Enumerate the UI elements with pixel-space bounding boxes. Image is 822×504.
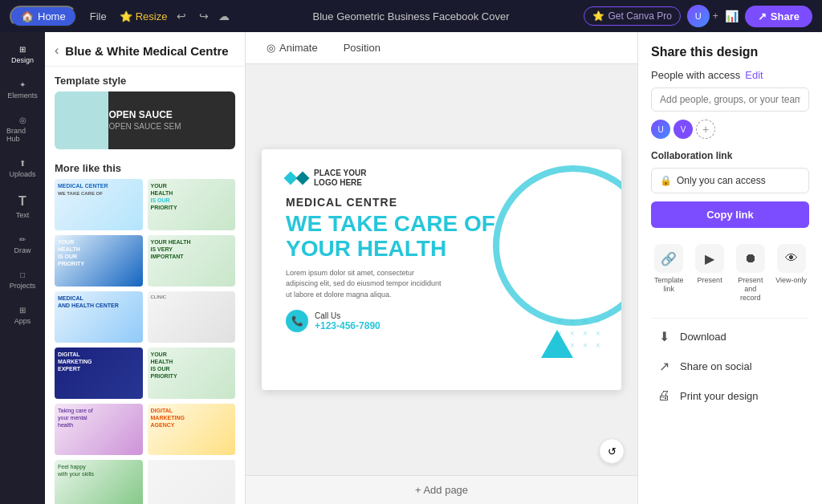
separator-1 bbox=[651, 318, 809, 319]
animate-button[interactable]: ◎ Animate bbox=[258, 38, 326, 58]
design-card[interactable]: PLACE YOUR LOGO HERE MEDICAL CENTRE WE T… bbox=[262, 149, 621, 390]
redo-button[interactable]: ↪ bbox=[196, 6, 212, 26]
share-options-grid: 🔗 Template link ▶ Present ⏺ Present and … bbox=[651, 239, 809, 307]
sidebar-item-brand-hub[interactable]: ◎ Brand Hub bbox=[3, 109, 42, 149]
document-title: Blue Geometric Business Facebook Cover bbox=[313, 10, 510, 22]
x-pattern: ×××× ×××× ×××× bbox=[557, 317, 605, 350]
share-opt-present-record[interactable]: ⏺ Present and record bbox=[733, 239, 769, 307]
sidebar-item-draw[interactable]: ✏ Draw bbox=[3, 229, 42, 261]
share-social-action[interactable]: ↗ Share on social bbox=[651, 352, 809, 381]
sidebar-item-text[interactable]: T Text bbox=[3, 188, 42, 226]
zoom-button[interactable]: ↺ bbox=[599, 438, 625, 464]
avatar-1: U bbox=[651, 120, 670, 139]
call-label: Call Us bbox=[315, 311, 380, 320]
brand-hub-icon: ◎ bbox=[19, 116, 26, 124]
template-thumb-7[interactable]: DIGITALMARKETINGEXPERT bbox=[55, 348, 143, 399]
canvas-area: ◎ Animate Position PLACE bbox=[246, 32, 637, 504]
lorem-text: Lorem ipsum dolor sit amet, consectetur … bbox=[286, 268, 446, 301]
animate-icon: ◎ bbox=[267, 42, 275, 54]
share-button[interactable]: ↗ Share bbox=[745, 6, 812, 27]
template-thumb-11[interactable]: Feel happywith your skills bbox=[55, 460, 143, 504]
canvas-toolbar: ◎ Animate Position bbox=[246, 32, 637, 64]
copy-link-button[interactable]: Copy link bbox=[651, 201, 809, 228]
share-opt-present[interactable]: ▶ Present bbox=[692, 239, 728, 307]
add-person-button[interactable]: + bbox=[696, 120, 715, 139]
sidebar-item-apps[interactable]: ⊞ Apps bbox=[3, 299, 42, 331]
collab-link-box: 🔒 Only you can access bbox=[651, 168, 809, 193]
edit-access-link[interactable]: Edit bbox=[745, 69, 763, 81]
panel-back-button[interactable]: ‹ bbox=[55, 43, 59, 58]
collab-link-label: Collaboration link bbox=[651, 150, 809, 161]
analytics-icon[interactable]: 📊 bbox=[725, 10, 739, 22]
panel-header: ‹ Blue & White Medical Centre bbox=[45, 32, 245, 67]
text-icon: T bbox=[18, 194, 26, 209]
template-thumb-6[interactable]: CLINIC bbox=[148, 291, 236, 343]
phone-number: +123-456-7890 bbox=[315, 320, 380, 331]
add-page-button[interactable]: + Add page bbox=[246, 475, 637, 504]
template-thumb-10[interactable]: DIGITALMARKETINGAGENCY bbox=[148, 404, 236, 455]
print-icon: 🖨 bbox=[656, 388, 672, 403]
avatar-add-icon: + bbox=[713, 10, 718, 22]
template-thumb-4[interactable]: YOUR HEALTHIS VERYIMPORTANT bbox=[148, 235, 236, 287]
get-pro-button[interactable]: ⭐ Get Canva Pro bbox=[584, 6, 680, 26]
print-label: Print your design bbox=[680, 390, 759, 402]
share-social-icon: ↗ bbox=[656, 359, 672, 374]
share-icon: ↗ bbox=[758, 10, 767, 22]
download-icon: ⬇ bbox=[656, 329, 672, 344]
design-card-inner: PLACE YOUR LOGO HERE MEDICAL CENTRE WE T… bbox=[262, 149, 621, 390]
apps-icon: ⊞ bbox=[19, 306, 26, 315]
download-action[interactable]: ⬇ Download bbox=[651, 322, 809, 352]
position-button[interactable]: Position bbox=[336, 38, 389, 58]
share-opt-view-only[interactable]: 👁 View-only bbox=[773, 239, 809, 307]
template-thumb-5[interactable]: MEDICALAND HEALTH CENTER bbox=[55, 291, 143, 343]
template-thumb-12[interactable] bbox=[148, 460, 236, 504]
template-thumb-9[interactable]: Taking care ofyour mentalhealth bbox=[55, 404, 143, 455]
sidebar-item-projects[interactable]: □ Projects bbox=[3, 264, 42, 296]
file-button[interactable]: File bbox=[83, 7, 113, 26]
design-icon: ⊞ bbox=[19, 45, 26, 54]
view-only-icon: 👁 bbox=[777, 244, 806, 273]
canvas-scroll[interactable]: PLACE YOUR LOGO HERE MEDICAL CENTRE WE T… bbox=[246, 64, 637, 475]
lock-icon: 🔒 bbox=[660, 175, 672, 186]
resize-button[interactable]: ⭐ Resize bbox=[120, 10, 168, 22]
template-thumb-2[interactable]: YOURHEALTHIS OURPRIORITY bbox=[148, 179, 236, 230]
sidebar-item-uploads[interactable]: ⬆ Uploads bbox=[3, 152, 42, 185]
circle-decoration bbox=[493, 165, 621, 326]
template-preview[interactable]: OPEN SAUCE OPEN SAUCE SEM bbox=[55, 91, 235, 149]
people-input[interactable] bbox=[651, 87, 809, 112]
sync-icon: ☁ bbox=[218, 10, 230, 22]
download-label: Download bbox=[680, 331, 726, 343]
main-layout: ⊞ Design ✦ Elements ◎ Brand Hub ⬆ Upload… bbox=[0, 32, 822, 504]
share-avatars: U V + bbox=[651, 120, 809, 139]
avatar: U bbox=[687, 5, 710, 27]
avatar-2: V bbox=[673, 120, 693, 139]
avatar-area[interactable]: U + bbox=[687, 5, 718, 27]
share-panel: Share this design People with access Edi… bbox=[637, 32, 822, 504]
present-record-icon: ⏺ bbox=[736, 244, 765, 273]
resize-icon: ⭐ bbox=[120, 10, 132, 22]
print-action[interactable]: 🖨 Print your design bbox=[651, 381, 809, 410]
access-row: People with access Edit bbox=[651, 69, 809, 81]
elements-icon: ✦ bbox=[19, 80, 26, 89]
template-thumb-8[interactable]: YOURHEALTHIS OURPRIORITY bbox=[148, 348, 236, 399]
zoom-icon: ↺ bbox=[608, 445, 616, 457]
sidebar-item-design[interactable]: ⊞ Design bbox=[3, 39, 42, 71]
template-thumb-1[interactable]: MEDICAL CENTERWE TAKE CARE OF bbox=[55, 179, 143, 230]
more-like-label: More like this bbox=[45, 157, 245, 179]
sidebar-item-elements[interactable]: ✦ Elements bbox=[3, 74, 42, 106]
link-access-text: Only you can access bbox=[677, 175, 766, 186]
home-button[interactable]: 🏠 Home bbox=[10, 6, 77, 27]
topbar: 🏠 Home File ⭐ Resize ↩ ↪ ☁ Blue Geometri… bbox=[0, 0, 822, 32]
logo-text: PLACE YOUR LOGO HERE bbox=[314, 169, 366, 188]
share-opt-template-link[interactable]: 🔗 Template link bbox=[651, 239, 687, 307]
share-social-label: Share on social bbox=[680, 360, 752, 372]
panel-title: Blue & White Medical Centre bbox=[65, 44, 228, 58]
home-label: Home bbox=[38, 10, 66, 22]
phone-icon-circle: 📞 bbox=[286, 310, 308, 332]
access-label: People with access bbox=[651, 69, 740, 81]
draw-icon: ✏ bbox=[19, 235, 26, 244]
template-grid: MEDICAL CENTERWE TAKE CARE OF YOURHEALTH… bbox=[45, 179, 245, 504]
undo-button[interactable]: ↩ bbox=[173, 6, 189, 26]
star-icon: ⭐ bbox=[592, 10, 604, 22]
template-thumb-3[interactable]: YOURHEALTHIS OURPRIORITY bbox=[55, 235, 143, 287]
